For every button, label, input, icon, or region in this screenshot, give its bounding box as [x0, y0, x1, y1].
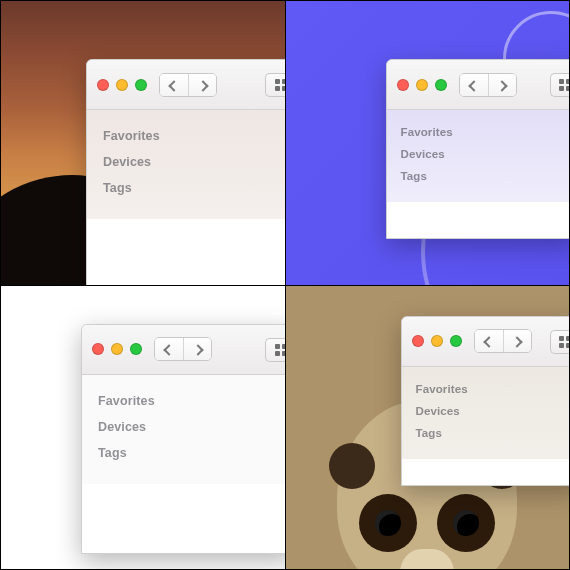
chevron-right-icon: [192, 344, 203, 355]
finder-window: Favorites Devices Tags: [81, 324, 285, 554]
sidebar: Favorites Devices Tags: [87, 110, 285, 219]
sidebar: Favorites Devices Tags: [82, 375, 285, 484]
sidebar: Favorites Devices Tags: [402, 367, 570, 459]
window-titlebar[interactable]: [402, 317, 570, 367]
meerkat-snout: [400, 549, 454, 569]
panel-white: Favorites Devices Tags: [1, 286, 285, 570]
close-button[interactable]: [97, 79, 109, 91]
sidebar-section-devices[interactable]: Devices: [401, 148, 566, 160]
minimize-button[interactable]: [111, 343, 123, 355]
sidebar-section-devices[interactable]: Devices: [98, 420, 279, 434]
chevron-left-icon: [483, 336, 494, 347]
meerkat-eye: [359, 494, 417, 552]
chevron-left-icon: [168, 80, 179, 91]
nav-forward-button[interactable]: [188, 74, 216, 97]
nav-back-forward: [459, 73, 517, 97]
close-button[interactable]: [412, 335, 424, 347]
sidebar-section-tags[interactable]: Tags: [401, 170, 566, 182]
nav-back-button[interactable]: [475, 330, 503, 353]
minimize-button[interactable]: [116, 79, 128, 91]
sidebar-section-devices[interactable]: Devices: [103, 155, 279, 169]
grid-icon: [559, 336, 569, 348]
view-mode-button[interactable]: [550, 73, 570, 97]
sidebar-section-favorites[interactable]: Favorites: [98, 394, 279, 408]
panel-purple: Favorites Devices Tags: [286, 1, 570, 285]
nav-back-forward: [159, 73, 217, 97]
nav-back-button[interactable]: [155, 338, 183, 361]
sidebar-section-tags[interactable]: Tags: [416, 427, 566, 439]
finder-window: Favorites Devices Tags: [401, 316, 570, 486]
nav-forward-button[interactable]: [503, 330, 531, 353]
sidebar-section-tags[interactable]: Tags: [98, 446, 279, 460]
minimize-button[interactable]: [416, 79, 428, 91]
window-titlebar[interactable]: [82, 325, 285, 375]
grid-icon: [275, 344, 285, 356]
view-mode-button[interactable]: [550, 330, 570, 354]
zoom-button[interactable]: [135, 79, 147, 91]
grid-icon: [559, 79, 569, 91]
sidebar-section-favorites[interactable]: Favorites: [416, 383, 566, 395]
traffic-lights: [97, 79, 147, 91]
zoom-button[interactable]: [435, 79, 447, 91]
window-titlebar[interactable]: [87, 60, 285, 110]
comparison-grid: Favorites Devices Tags: [0, 0, 570, 570]
zoom-button[interactable]: [450, 335, 462, 347]
close-button[interactable]: [397, 79, 409, 91]
meerkat-ear: [329, 443, 375, 489]
chevron-right-icon: [197, 80, 208, 91]
chevron-left-icon: [163, 344, 174, 355]
finder-window: Favorites Devices Tags: [86, 59, 285, 285]
sidebar-section-devices[interactable]: Devices: [416, 405, 566, 417]
sidebar-section-favorites[interactable]: Favorites: [103, 129, 279, 143]
sidebar: Favorites Devices Tags: [387, 110, 570, 202]
window-titlebar[interactable]: [387, 60, 570, 110]
view-mode-button[interactable]: [265, 338, 285, 362]
meerkat-eye: [437, 494, 495, 552]
sidebar-section-favorites[interactable]: Favorites: [401, 126, 566, 138]
panel-tan: Favorites Devices Tags: [286, 286, 570, 570]
nav-forward-button[interactable]: [488, 74, 516, 97]
grid-icon: [275, 79, 285, 91]
panel-sunset: Favorites Devices Tags: [1, 1, 285, 285]
zoom-button[interactable]: [130, 343, 142, 355]
minimize-button[interactable]: [431, 335, 443, 347]
view-mode-button[interactable]: [265, 73, 285, 97]
close-button[interactable]: [92, 343, 104, 355]
finder-window: Favorites Devices Tags: [386, 59, 570, 239]
traffic-lights: [412, 335, 462, 347]
nav-back-button[interactable]: [460, 74, 488, 97]
nav-back-button[interactable]: [160, 74, 188, 97]
chevron-left-icon: [468, 80, 479, 91]
nav-back-forward: [154, 337, 212, 361]
chevron-right-icon: [496, 80, 507, 91]
traffic-lights: [397, 79, 447, 91]
nav-forward-button[interactable]: [183, 338, 211, 361]
traffic-lights: [92, 343, 142, 355]
sidebar-section-tags[interactable]: Tags: [103, 181, 279, 195]
chevron-right-icon: [511, 336, 522, 347]
nav-back-forward: [474, 329, 532, 353]
